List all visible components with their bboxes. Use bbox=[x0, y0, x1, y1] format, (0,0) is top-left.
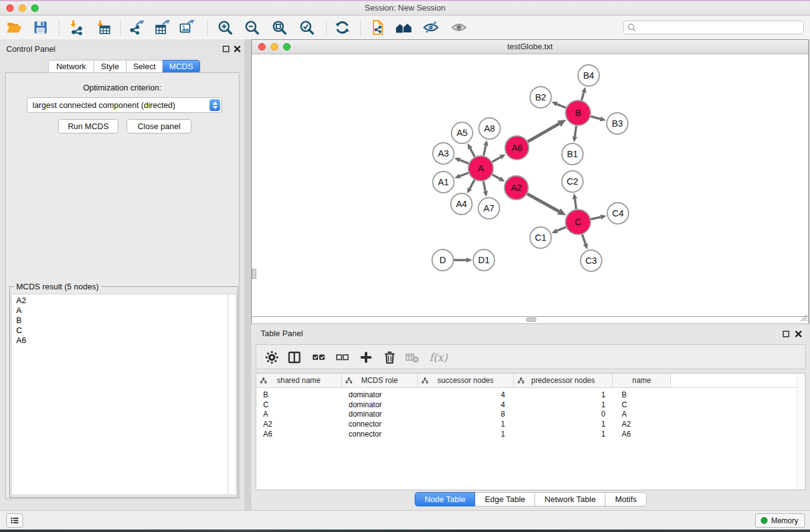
graph-node-B3[interactable]: B3 bbox=[607, 113, 628, 134]
resize-grip-icon[interactable] bbox=[799, 313, 808, 322]
criterion-select[interactable]: largest connected component (directed) bbox=[27, 97, 222, 113]
run-mcds-button[interactable]: Run MCDS bbox=[58, 119, 118, 133]
create-column-button[interactable] bbox=[357, 349, 375, 366]
table-row[interactable]: A6connector11A6 bbox=[256, 429, 805, 439]
table-row[interactable]: Adominator80A bbox=[256, 409, 805, 419]
graph-node-C[interactable]: C bbox=[566, 210, 591, 235]
graph-edge-A-A4[interactable] bbox=[467, 180, 475, 193]
delete-table-button[interactable] bbox=[403, 349, 421, 366]
zoom-out-button[interactable] bbox=[243, 18, 261, 37]
export-network-button[interactable] bbox=[128, 18, 147, 37]
graph-edge-D-D1[interactable] bbox=[454, 258, 472, 263]
network-graph-canvas[interactable]: B4B2BB3A5A8A6A3B1AA1C2A2A4A7CC4C1C3DD1 bbox=[252, 54, 808, 316]
graph-node-A8[interactable]: A8 bbox=[479, 118, 500, 139]
show-all-button[interactable] bbox=[450, 18, 468, 37]
open-session-button[interactable] bbox=[5, 18, 24, 37]
graph-node-A2[interactable]: A2 bbox=[504, 176, 528, 200]
search-box[interactable] bbox=[623, 21, 804, 34]
deselect-all-columns-button[interactable] bbox=[334, 349, 351, 366]
graph-edge-A-A2[interactable] bbox=[492, 175, 504, 181]
graph-node-A3[interactable]: A3 bbox=[433, 143, 454, 164]
mcds-result-list[interactable]: A2ABCA6 bbox=[11, 294, 229, 495]
graph-edge-B-B3[interactable] bbox=[591, 117, 605, 122]
graph-node-B4[interactable]: B4 bbox=[578, 65, 599, 86]
save-session-button[interactable] bbox=[31, 18, 50, 37]
memory-button[interactable]: Memory bbox=[755, 513, 805, 528]
column-header-name[interactable]: name bbox=[613, 374, 671, 387]
column-header-shared-name[interactable]: shared name bbox=[256, 374, 342, 387]
graph-node-A[interactable]: A bbox=[468, 156, 493, 181]
graph-edge-B-B1[interactable] bbox=[572, 126, 577, 142]
graph-edge-A-A5[interactable] bbox=[468, 143, 475, 157]
splitter-handle[interactable] bbox=[252, 269, 256, 279]
graph-node-D1[interactable]: D1 bbox=[473, 249, 494, 271]
table-scrollbar[interactable] bbox=[797, 374, 805, 490]
graph-node-A7[interactable]: A7 bbox=[478, 198, 499, 219]
import-network-button[interactable] bbox=[67, 18, 86, 37]
import-table-button[interactable] bbox=[94, 18, 113, 37]
column-header-mcds-role[interactable]: MCDS role bbox=[342, 374, 418, 387]
zoom-selected-button[interactable] bbox=[297, 18, 316, 37]
tab-edge-table[interactable]: Edge Table bbox=[475, 492, 535, 506]
splitter-handle[interactable] bbox=[526, 317, 536, 322]
graph-node-B2[interactable]: B2 bbox=[530, 87, 551, 108]
refresh-button[interactable] bbox=[333, 18, 352, 37]
close-panel-icon[interactable] bbox=[233, 45, 241, 52]
delete-column-button[interactable] bbox=[381, 349, 398, 366]
graph-node-A5[interactable]: A5 bbox=[451, 122, 473, 143]
select-all-columns-button[interactable] bbox=[310, 349, 327, 366]
graph-node-A6[interactable]: A6 bbox=[505, 136, 529, 160]
zoom-fit-button[interactable] bbox=[270, 18, 289, 37]
mcds-result-item[interactable]: B bbox=[16, 316, 229, 326]
search-input[interactable] bbox=[639, 22, 803, 33]
graph-edge-A-A1[interactable] bbox=[455, 173, 469, 178]
column-header-successor-nodes[interactable]: successor nodes bbox=[418, 374, 514, 387]
graph-node-C2[interactable]: C2 bbox=[562, 171, 583, 192]
graph-edge-A-A6[interactable] bbox=[492, 154, 505, 162]
hide-selected-button[interactable] bbox=[422, 18, 440, 37]
graph-node-C1[interactable]: C1 bbox=[530, 227, 551, 248]
graph-edge-B-B2[interactable] bbox=[552, 102, 566, 108]
float-panel-icon[interactable] bbox=[222, 45, 229, 52]
graph-edge-A-A8[interactable] bbox=[483, 140, 488, 156]
mcds-result-item[interactable]: A2 bbox=[16, 296, 229, 306]
graph-edge-B-B4[interactable] bbox=[582, 87, 587, 100]
task-history-button[interactable] bbox=[6, 513, 23, 528]
tab-motifs[interactable]: Motifs bbox=[605, 492, 647, 506]
first-neighbors-button[interactable] bbox=[395, 18, 413, 37]
mcds-result-item[interactable]: C bbox=[16, 326, 229, 336]
graph-edge-C-C1[interactable] bbox=[552, 227, 566, 233]
export-table-button[interactable] bbox=[153, 18, 172, 37]
function-builder-button[interactable]: f(x) bbox=[426, 349, 451, 366]
tab-network-table[interactable]: Network Table bbox=[535, 492, 605, 506]
graph-edge-A-A7[interactable] bbox=[483, 181, 488, 197]
table-row[interactable]: Cdominator41C bbox=[256, 400, 805, 410]
graph-edge-A2-C[interactable] bbox=[528, 194, 566, 216]
result-scrollbar[interactable] bbox=[228, 294, 236, 495]
graph-node-A4[interactable]: A4 bbox=[451, 193, 472, 215]
graph-node-B1[interactable]: B1 bbox=[562, 143, 583, 165]
duplicate-network-button[interactable] bbox=[369, 18, 387, 37]
mcds-result-item[interactable]: A6 bbox=[16, 336, 229, 346]
table-row[interactable]: Bdominator41B bbox=[256, 390, 805, 400]
tab-mcds[interactable]: MCDS bbox=[163, 60, 200, 73]
show-columns-button[interactable] bbox=[286, 349, 303, 366]
tab-style[interactable]: Style bbox=[94, 60, 127, 73]
zoom-in-button[interactable] bbox=[216, 18, 234, 37]
graph-edge-A6-B[interactable] bbox=[528, 120, 566, 142]
graph-edge-C-C2[interactable] bbox=[572, 193, 577, 209]
graph-edge-C-C4[interactable] bbox=[591, 215, 607, 220]
column-header-predecessor-nodes[interactable]: predecessor nodes bbox=[514, 374, 613, 387]
graph-node-B[interactable]: B bbox=[566, 100, 591, 125]
mcds-result-item[interactable]: A bbox=[16, 306, 229, 316]
tab-network[interactable]: Network bbox=[48, 60, 94, 73]
tab-select[interactable]: Select bbox=[127, 60, 163, 73]
close-panel-button[interactable]: Close panel bbox=[127, 119, 191, 133]
graph-node-A1[interactable]: A1 bbox=[433, 172, 454, 193]
graph-edge-A-A3[interactable] bbox=[455, 158, 469, 164]
table-row[interactable]: A2connector11A2 bbox=[256, 419, 805, 429]
graph-edge-C-C3[interactable] bbox=[582, 235, 588, 249]
graph-node-C4[interactable]: C4 bbox=[607, 203, 629, 224]
table-settings-button[interactable] bbox=[263, 349, 281, 366]
network-window-titlebar[interactable]: testGlobe.txt bbox=[252, 40, 808, 54]
